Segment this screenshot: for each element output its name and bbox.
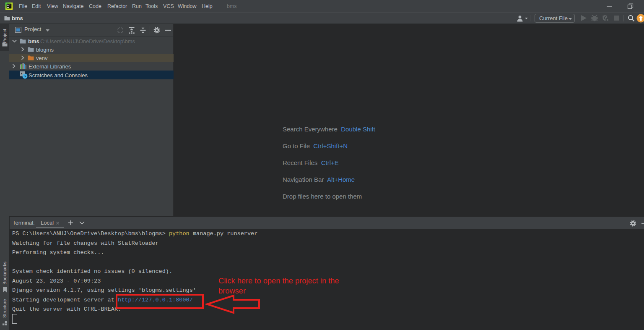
svg-text:PC: PC xyxy=(7,4,10,7)
